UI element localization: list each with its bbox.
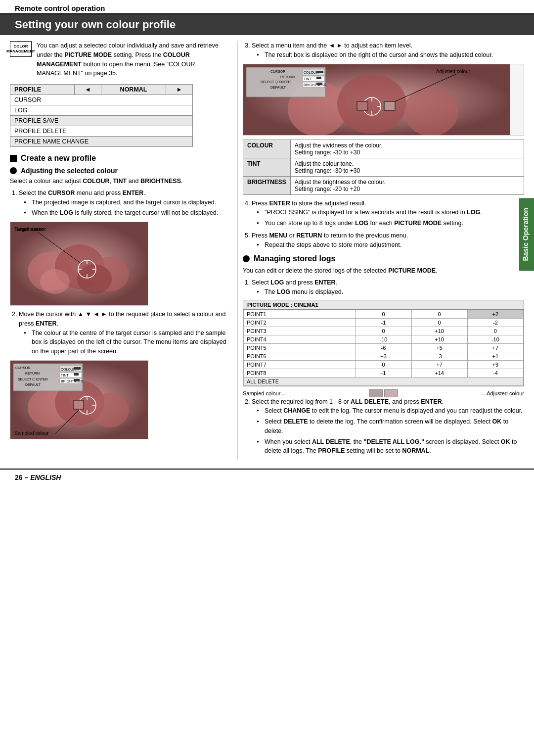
svg-text:CURSOR: CURSOR: [15, 366, 30, 370]
svg-text:BRIGHTNESS: BRIGHTNESS: [61, 379, 84, 383]
adjusting-colour-heading: Adjusting the selected colour: [10, 167, 227, 175]
adjusted-swatch: [384, 389, 398, 397]
bullet-4-2: You can store up to 8 logs under LOG for…: [257, 219, 524, 228]
svg-point-5: [77, 264, 112, 294]
managing-bullet-2-1: Select CHANGE to edit the log. The curso…: [257, 406, 524, 416]
step-3: Select a menu item and the ◄ ► to adjust…: [252, 41, 524, 60]
managing-step-2: Select the required log from 1 - 8 or AL…: [252, 397, 524, 456]
target-cursor-label: Target cursor: [14, 226, 46, 232]
bullet-4-1: "PROCESSING" is displayed for a few seco…: [257, 208, 524, 217]
svg-rect-55: [316, 77, 321, 79]
pm-row-all-delete: ALL DELETE: [244, 377, 524, 385]
page-title: Setting your own colour profile: [0, 14, 534, 35]
svg-text:DEFAULT: DEFAULT: [270, 86, 286, 89]
create-profile-heading: Create a new profile: [10, 154, 227, 163]
colour-management-menu-table: PROFILE ◄ NORMAL ► CURSOR LOG PROFILE SA…: [10, 84, 193, 147]
step-2: Move the cursor with ▲ ▼ ◄ ► to the requ…: [19, 310, 227, 356]
svg-text:Adjusted colour: Adjusted colour: [436, 69, 471, 74]
pm-row-point4: POINT4 -10 +10 -10: [244, 335, 524, 343]
pm-row-point8: POINT8 -1 +14 -4: [244, 369, 524, 377]
svg-text:TINT: TINT: [304, 77, 312, 81]
menu-row-profile-save: PROFILE SAVE: [10, 116, 193, 126]
managing-bullet-2-3: When you select ALL DELETE, the "DELETE …: [257, 437, 524, 456]
step-5: Press MENU or RETURN to return to the pr…: [252, 231, 524, 250]
menu-row-cursor: CURSOR: [10, 95, 193, 105]
page: Basic Operation Remote control operation…: [0, 0, 534, 756]
black-circle-2-icon: [243, 255, 250, 262]
steps-4-5: Press ENTER to store the adjusted result…: [243, 199, 524, 250]
menu-row-profile-name-change: PROFILE NAME CHANGE: [10, 137, 193, 147]
target-cursor-diagram: Target cursor: [10, 222, 148, 306]
svg-rect-36: [74, 400, 84, 409]
step-2-list: Move the cursor with ▲ ▼ ◄ ► to the requ…: [10, 310, 227, 356]
step-1-bullets: The projected image is captured, and the…: [19, 198, 227, 218]
bullet-1-1: The projected image is captured, and the…: [24, 198, 227, 207]
content-area: COLOR MANAGEMENT You can adjust a select…: [0, 41, 534, 459]
ctb-row-colour: COLOUR Adjust the vividness of the colou…: [243, 140, 524, 158]
page-footer: 26 – ENGLISH: [0, 469, 534, 485]
ctb-row-brightness: BRIGHTNESS Adjust the brightness of the …: [243, 176, 524, 194]
adjusted-colour-diagram: CURSOR RETURN SELECT ⬡ ENTER DEFAULT COL…: [243, 64, 524, 136]
intro-block: COLOR MANAGEMENT You can adjust a select…: [10, 41, 227, 78]
pm-row-point3: POINT3 0 +10 0: [244, 327, 524, 335]
managing-step-2-list: Select the required log from 1 - 8 or AL…: [243, 397, 524, 456]
step-1: Select the CURSOR menu and press ENTER. …: [19, 189, 227, 218]
adjust-steps: Select the CURSOR menu and press ENTER. …: [10, 189, 227, 218]
colour-label: COLOUR: [243, 140, 291, 158]
svg-text:COLOUR: COLOUR: [304, 71, 318, 74]
svg-text:RETURN: RETURN: [280, 75, 295, 79]
color-management-icon: COLOR MANAGEMENT: [10, 41, 32, 57]
svg-rect-30: [74, 379, 80, 381]
swatch-row: Sampled colour— —Adjusted colour: [243, 389, 524, 397]
black-circle-icon: [10, 167, 17, 174]
sampled-colour-label: Sampled colour—: [243, 390, 286, 396]
sampled-colour-diagram: CURSOR RETURN SELECT ⬡ ENTER DEFAULT COL…: [10, 360, 148, 439]
left-column: COLOR MANAGEMENT You can adjust a select…: [10, 41, 237, 459]
colour-settings-table: COLOUR Adjust the vividness of the colou…: [243, 140, 524, 195]
svg-text:CURSOR: CURSOR: [270, 70, 285, 73]
svg-point-41: [337, 74, 406, 134]
bullet-5-1: Repeat the steps above to store more adj…: [257, 240, 524, 250]
managing-bullet-2-2: Select DELETE to delete the log. The con…: [257, 417, 524, 436]
step-4: Press ENTER to store the adjusted result…: [252, 199, 524, 228]
black-square-icon: [10, 155, 17, 162]
brightness-desc: Adjust the brightness of the colour. Set…: [290, 176, 524, 194]
pm-row-point1: POINT1 0 0 +2: [244, 310, 524, 318]
right-steps: Select a menu item and the ◄ ► to adjust…: [243, 41, 524, 60]
bullet-3-1: The result box is displayed on the right…: [257, 50, 524, 60]
menu-row-profile: PROFILE ◄ NORMAL ►: [10, 85, 193, 95]
section-header: Remote control operation: [0, 0, 534, 14]
pm-row-point6: POINT6 +3 -3 +1: [244, 352, 524, 360]
svg-rect-54: [316, 71, 323, 73]
menu-row-log: LOG: [10, 105, 193, 116]
svg-text:TINT: TINT: [61, 374, 69, 377]
svg-text:RETURN: RETURN: [25, 372, 40, 375]
pm-row-point7: POINT7 0 +7 +9: [244, 360, 524, 369]
managing-logs-intro: You can edit or delete the stored logs o…: [243, 266, 524, 276]
adjusted-colour-label: —Adjusted colour: [481, 390, 524, 396]
svg-rect-29: [74, 373, 79, 376]
svg-point-16: [89, 393, 129, 427]
svg-text:BRIGHTNESS: BRIGHTNESS: [304, 83, 326, 87]
picture-mode-title: PICTURE MODE : CINEMA1: [243, 300, 524, 310]
pm-row-point2: POINT2 -1 0 -2: [244, 318, 524, 327]
adjust-intro: Select a colour and adjust COLOUR, TINT …: [10, 177, 227, 186]
page-number: 26 – ENGLISH: [15, 473, 61, 481]
pm-row-point5: POINT5 -6 +5 +7: [244, 343, 524, 352]
svg-rect-63: [384, 101, 395, 110]
svg-text:SELECT ⬡ ENTER: SELECT ⬡ ENTER: [18, 378, 48, 381]
svg-rect-28: [74, 367, 81, 370]
colour-desc: Adjust the vividness of the colour. Sett…: [290, 140, 524, 158]
bullet-2-1: The colour at the centre of the target c…: [24, 329, 227, 356]
svg-text:SELECT ⬡ ENTER: SELECT ⬡ ENTER: [261, 80, 291, 84]
managing-step-1: Select LOG and press ENTER. The LOG menu…: [252, 278, 524, 297]
svg-rect-62: [357, 101, 368, 110]
ctb-row-tint: TINT Adjust the colour tone. Setting ran…: [243, 158, 524, 176]
managing-steps: Select LOG and press ENTER. The LOG menu…: [243, 278, 524, 297]
managing-logs-heading: Managing stored logs: [243, 254, 524, 263]
svg-text:DEFAULT: DEFAULT: [25, 383, 41, 386]
step-2-bullets: The colour at the centre of the target c…: [19, 329, 227, 356]
svg-rect-56: [316, 83, 322, 85]
svg-text:COLOUR: COLOUR: [61, 368, 76, 371]
brightness-label: BRIGHTNESS: [243, 176, 291, 194]
